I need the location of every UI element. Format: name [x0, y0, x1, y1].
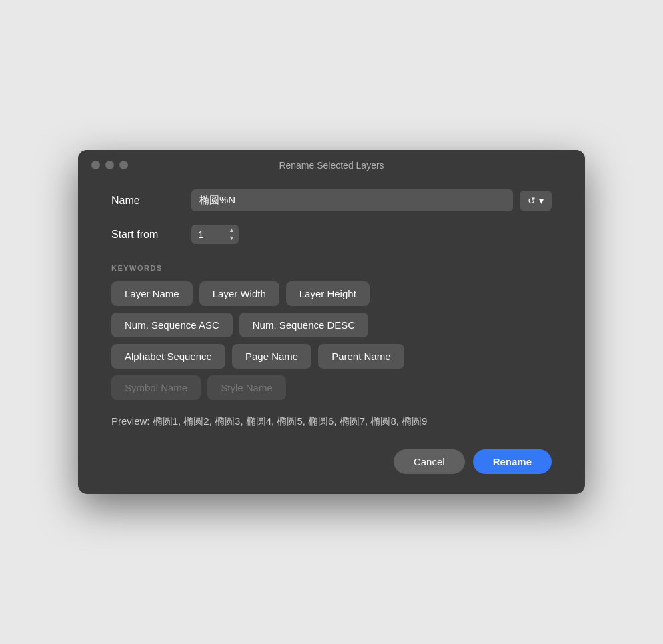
traffic-lights — [91, 161, 128, 169]
keywords-label: KEYWORDS — [111, 264, 552, 272]
keywords-grid: Layer Name Layer Width Layer Height Num.… — [111, 281, 552, 400]
dialog-content: Name ↺ ▾ Start from ▲ ▼ KEYWORDS — [78, 176, 585, 494]
action-row: Cancel Rename — [111, 445, 552, 474]
stepper-up-button[interactable]: ▲ — [227, 227, 236, 234]
keyword-layer-height[interactable]: Layer Height — [286, 281, 370, 306]
keywords-row-4: Symbol Name Style Name — [111, 375, 552, 400]
preview-text: Preview: 椭圆1, 椭圆2, 椭圆3, 椭圆4, 椭圆5, 椭圆6, 椭… — [111, 415, 427, 427]
keywords-row-3: Alphabet Sequence Page Name Parent Name — [111, 344, 552, 369]
minimize-button[interactable] — [105, 161, 114, 169]
keyword-style-name: Style Name — [207, 375, 286, 400]
stepper-down-button[interactable]: ▼ — [227, 235, 236, 242]
dialog-title: Rename Selected Layers — [279, 160, 384, 171]
start-from-row: Start from ▲ ▼ — [111, 225, 552, 244]
keyword-symbol-name: Symbol Name — [111, 375, 201, 400]
name-label: Name — [111, 195, 191, 207]
name-field-row: Name ↺ ▾ — [111, 189, 552, 211]
keyword-page-name[interactable]: Page Name — [232, 344, 311, 369]
keywords-row-2: Num. Sequence ASC Num. Sequence DESC — [111, 313, 552, 337]
chevron-down-icon: ▾ — [539, 195, 544, 206]
rename-button[interactable]: Rename — [473, 449, 552, 474]
cancel-button[interactable]: Cancel — [394, 449, 465, 474]
name-input-wrapper: ↺ ▾ — [191, 189, 552, 211]
keyword-num-sequence-asc[interactable]: Num. Sequence ASC — [111, 313, 233, 337]
keywords-section: KEYWORDS Layer Name Layer Width Layer He… — [111, 264, 552, 400]
keyword-layer-width[interactable]: Layer Width — [199, 281, 279, 306]
rename-dialog: Rename Selected Layers Name ↺ ▾ Start fr… — [78, 150, 585, 494]
maximize-button[interactable] — [119, 161, 128, 169]
history-icon: ↺ — [528, 195, 536, 206]
keywords-row-1: Layer Name Layer Width Layer Height — [111, 281, 552, 306]
start-from-input[interactable] — [191, 225, 225, 244]
keyword-layer-name[interactable]: Layer Name — [111, 281, 193, 306]
close-button[interactable] — [91, 161, 100, 169]
name-input[interactable] — [191, 189, 513, 211]
stepper-arrows: ▲ ▼ — [225, 225, 239, 243]
keyword-num-sequence-desc[interactable]: Num. Sequence DESC — [239, 313, 368, 337]
keyword-alphabet-sequence[interactable]: Alphabet Sequence — [111, 344, 225, 369]
keyword-parent-name[interactable]: Parent Name — [318, 344, 404, 369]
title-bar: Rename Selected Layers — [78, 150, 585, 176]
preview-section: Preview: 椭圆1, 椭圆2, 椭圆3, 椭圆4, 椭圆5, 椭圆6, 椭… — [111, 413, 552, 429]
stepper-wrapper: ▲ ▼ — [191, 225, 239, 244]
history-button[interactable]: ↺ ▾ — [520, 191, 552, 211]
start-from-label: Start from — [111, 229, 191, 241]
